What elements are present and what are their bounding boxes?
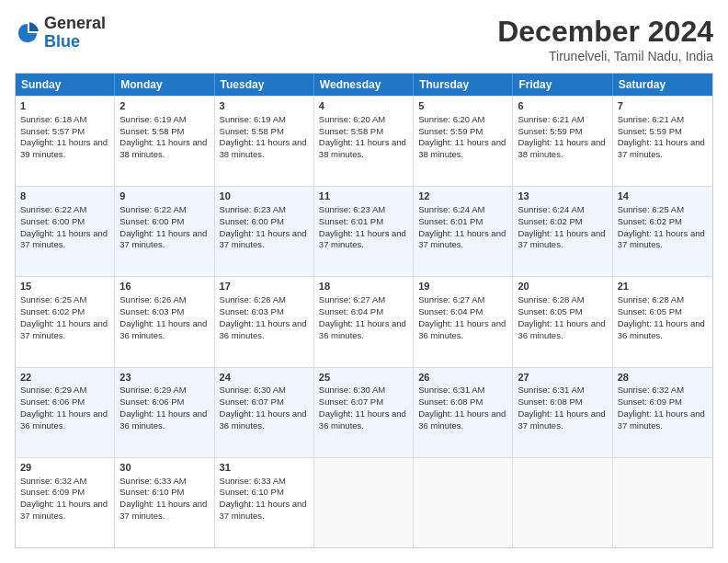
- cal-cell-1: 1Sunrise: 6:18 AMSunset: 5:57 PMDaylight…: [16, 97, 115, 186]
- sunset-text: Sunset: 6:03 PM: [220, 306, 284, 316]
- logo-text: General Blue: [44, 15, 106, 52]
- sunset-text: Sunset: 6:04 PM: [319, 306, 383, 316]
- sunrise-text: Sunrise: 6:26 AM: [119, 294, 186, 304]
- daylight-text: Daylight: 11 hours and 36 minutes.: [319, 408, 406, 431]
- daylight-text: Daylight: 11 hours and 37 minutes.: [220, 499, 307, 521]
- sunrise-text: Sunrise: 6:32 AM: [20, 476, 86, 486]
- day-number: 14: [618, 190, 708, 203]
- daylight-text: Daylight: 11 hours and 38 minutes.: [220, 137, 307, 159]
- cal-cell-empty: [414, 458, 513, 547]
- day-number: 6: [518, 99, 607, 113]
- day-number: 25: [319, 371, 408, 385]
- sunset-text: Sunset: 6:08 PM: [418, 396, 483, 407]
- cal-cell-14: 14Sunrise: 6:25 AMSunset: 6:02 PMDayligh…: [613, 187, 712, 276]
- daylight-text: Daylight: 11 hours and 37 minutes.: [20, 228, 108, 250]
- day-number: 20: [518, 280, 607, 293]
- daylight-text: Daylight: 11 hours and 37 minutes.: [418, 228, 506, 250]
- sunrise-text: Sunrise: 6:20 AM: [319, 114, 385, 124]
- calendar: SundayMondayTuesdayWednesdayThursdayFrid…: [15, 73, 713, 548]
- sunset-text: Sunset: 6:02 PM: [518, 216, 582, 226]
- cal-cell-3: 3Sunrise: 6:19 AMSunset: 5:58 PMDaylight…: [215, 97, 314, 186]
- day-number: 22: [20, 371, 109, 385]
- cal-cell-12: 12Sunrise: 6:24 AMSunset: 6:01 PMDayligh…: [414, 187, 513, 276]
- cal-cell-7: 7Sunrise: 6:21 AMSunset: 5:59 PMDaylight…: [613, 97, 712, 186]
- day-number: 17: [220, 280, 309, 293]
- day-number: 16: [119, 280, 209, 293]
- cal-cell-empty: [314, 458, 414, 547]
- sunrise-text: Sunrise: 6:21 AM: [518, 114, 584, 124]
- logo-blue: Blue: [44, 33, 106, 52]
- day-number: 5: [418, 99, 507, 113]
- sunrise-text: Sunrise: 6:20 AM: [418, 114, 484, 124]
- sunrise-text: Sunrise: 6:31 AM: [518, 385, 584, 395]
- daylight-text: Daylight: 11 hours and 37 minutes.: [20, 318, 108, 340]
- cal-cell-20: 20Sunrise: 6:28 AMSunset: 6:05 PMDayligh…: [513, 277, 612, 366]
- header-cell-tuesday: Tuesday: [215, 74, 314, 96]
- sunrise-text: Sunrise: 6:31 AM: [418, 385, 484, 395]
- header-cell-friday: Friday: [513, 74, 612, 96]
- daylight-text: Daylight: 11 hours and 36 minutes.: [119, 408, 207, 431]
- cal-cell-27: 27Sunrise: 6:31 AMSunset: 6:08 PMDayligh…: [513, 368, 612, 457]
- day-number: 12: [418, 190, 507, 203]
- sunset-text: Sunset: 6:10 PM: [220, 487, 284, 497]
- sunset-text: Sunset: 5:59 PM: [518, 126, 582, 136]
- daylight-text: Daylight: 11 hours and 38 minutes.: [518, 137, 605, 159]
- daylight-text: Daylight: 11 hours and 37 minutes.: [618, 137, 705, 159]
- day-number: 21: [618, 280, 708, 293]
- day-number: 1: [20, 99, 109, 113]
- cal-cell-21: 21Sunrise: 6:28 AMSunset: 6:05 PMDayligh…: [613, 277, 712, 366]
- header-cell-sunday: Sunday: [16, 74, 115, 96]
- daylight-text: Daylight: 11 hours and 37 minutes.: [119, 499, 207, 521]
- cal-cell-29: 29Sunrise: 6:32 AMSunset: 6:09 PMDayligh…: [16, 458, 115, 547]
- cal-cell-17: 17Sunrise: 6:26 AMSunset: 6:03 PMDayligh…: [215, 277, 314, 366]
- sunrise-text: Sunrise: 6:23 AM: [319, 204, 385, 214]
- day-number: 11: [319, 190, 408, 203]
- sunset-text: Sunset: 6:07 PM: [220, 396, 284, 407]
- cal-cell-26: 26Sunrise: 6:31 AMSunset: 6:08 PMDayligh…: [414, 368, 513, 457]
- sunset-text: Sunset: 6:10 PM: [119, 487, 184, 497]
- cal-cell-2: 2Sunrise: 6:19 AMSunset: 5:58 PMDaylight…: [115, 97, 214, 186]
- sunset-text: Sunset: 5:58 PM: [220, 126, 284, 136]
- sunrise-text: Sunrise: 6:29 AM: [20, 385, 86, 395]
- daylight-text: Daylight: 11 hours and 36 minutes.: [119, 318, 207, 340]
- sunrise-text: Sunrise: 6:19 AM: [119, 114, 186, 124]
- sunset-text: Sunset: 5:58 PM: [119, 126, 184, 136]
- cal-cell-13: 13Sunrise: 6:24 AMSunset: 6:02 PMDayligh…: [513, 187, 612, 276]
- cal-cell-24: 24Sunrise: 6:30 AMSunset: 6:07 PMDayligh…: [215, 368, 314, 457]
- sunrise-text: Sunrise: 6:24 AM: [418, 204, 484, 214]
- sunrise-text: Sunrise: 6:33 AM: [119, 476, 186, 486]
- header-cell-wednesday: Wednesday: [314, 74, 414, 96]
- calendar-row-0: 1Sunrise: 6:18 AMSunset: 5:57 PMDaylight…: [16, 96, 712, 186]
- cal-cell-10: 10Sunrise: 6:23 AMSunset: 6:00 PMDayligh…: [215, 187, 314, 276]
- daylight-text: Daylight: 11 hours and 37 minutes.: [220, 228, 307, 250]
- sunrise-text: Sunrise: 6:27 AM: [319, 294, 385, 304]
- daylight-text: Daylight: 11 hours and 38 minutes.: [418, 137, 506, 159]
- sunset-text: Sunset: 5:57 PM: [20, 126, 85, 136]
- daylight-text: Daylight: 11 hours and 37 minutes.: [20, 499, 108, 521]
- day-number: 9: [119, 190, 209, 203]
- calendar-header: SundayMondayTuesdayWednesdayThursdayFrid…: [16, 74, 712, 96]
- sunrise-text: Sunrise: 6:18 AM: [20, 114, 86, 124]
- day-number: 15: [20, 280, 109, 293]
- cal-cell-empty: [613, 458, 712, 547]
- daylight-text: Daylight: 11 hours and 37 minutes.: [518, 228, 605, 250]
- sunset-text: Sunset: 6:05 PM: [618, 306, 682, 316]
- daylight-text: Daylight: 11 hours and 37 minutes.: [319, 228, 406, 250]
- sunset-text: Sunset: 6:01 PM: [418, 216, 483, 226]
- cal-cell-11: 11Sunrise: 6:23 AMSunset: 6:01 PMDayligh…: [314, 187, 414, 276]
- day-number: 27: [518, 371, 607, 385]
- day-number: 10: [220, 190, 309, 203]
- daylight-text: Daylight: 11 hours and 36 minutes.: [618, 318, 705, 340]
- sunrise-text: Sunrise: 6:27 AM: [418, 294, 484, 304]
- day-number: 29: [20, 461, 109, 475]
- sunrise-text: Sunrise: 6:30 AM: [319, 385, 385, 395]
- calendar-row-4: 29Sunrise: 6:32 AMSunset: 6:09 PMDayligh…: [16, 457, 712, 547]
- calendar-row-3: 22Sunrise: 6:29 AMSunset: 6:06 PMDayligh…: [16, 367, 712, 457]
- cal-cell-9: 9Sunrise: 6:22 AMSunset: 6:00 PMDaylight…: [115, 187, 214, 276]
- sunset-text: Sunset: 6:00 PM: [220, 216, 284, 226]
- cal-cell-5: 5Sunrise: 6:20 AMSunset: 5:59 PMDaylight…: [414, 97, 513, 186]
- day-number: 31: [220, 461, 309, 475]
- cal-cell-4: 4Sunrise: 6:20 AMSunset: 5:58 PMDaylight…: [314, 97, 414, 186]
- sunset-text: Sunset: 6:04 PM: [418, 306, 483, 316]
- header-cell-saturday: Saturday: [613, 74, 712, 96]
